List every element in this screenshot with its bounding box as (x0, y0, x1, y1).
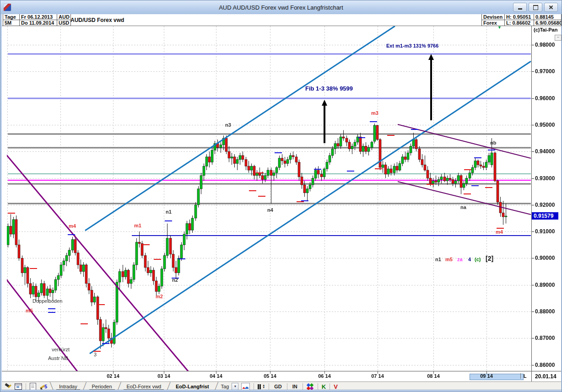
time-axis: L 02 1403 1404 1405 1406 1407 1408 1409 … (2, 371, 531, 381)
candlestick-icon (258, 384, 259, 389)
x-axis-label: 02 14 (99, 373, 127, 379)
color-diamonds-icon (307, 383, 314, 390)
y-axis-label: 0.87000 (535, 335, 555, 341)
spinner-arrows-icon: ▲▼ (262, 384, 265, 389)
last-price-badge: 0.91579 (532, 212, 558, 220)
separator (269, 383, 269, 390)
x-axis-tick (164, 371, 164, 374)
x-axis-tick (270, 371, 270, 374)
x-axis-label: 04 14 (202, 373, 230, 379)
kurs-button[interactable]: K (322, 383, 326, 390)
tools-button[interactable] (5, 383, 12, 391)
y-axis-tick (532, 98, 534, 99)
x-axis-tick (216, 371, 216, 374)
y-axis-label: 0.97000 (535, 68, 555, 75)
x-axis-tick (324, 371, 325, 374)
x-axis-label: 06 14 (311, 373, 338, 379)
window-layout-button[interactable] (15, 383, 22, 391)
y-axis-tick (532, 178, 534, 179)
scale-mid-value: 0.88145 (534, 14, 562, 20)
y-axis-tick (532, 311, 534, 312)
gd-indicator-button[interactable]: GD (273, 384, 283, 389)
x-axis-label: 08 14 (420, 373, 447, 379)
application-window: AUD AUD/USD Forex vwd Forex Langfristcha… (0, 0, 562, 392)
y-axis-tick (532, 125, 534, 125)
y-axis-tick (532, 205, 534, 205)
title-bar[interactable]: AUD AUD/USD Forex vwd Forex Langfristcha… (0, 0, 562, 14)
line-chart-icon (241, 383, 250, 390)
x-axis-label: 05 14 (256, 373, 284, 379)
volumen-button[interactable]: V (334, 383, 338, 390)
y-axis-label: 0.92000 (535, 202, 555, 208)
x-axis-tick (113, 371, 113, 374)
in-indicator-button[interactable]: IN (291, 384, 299, 389)
tab-intraday[interactable]: Intraday (56, 384, 80, 390)
separator (254, 383, 254, 390)
draw-button[interactable]: 5 (39, 383, 47, 391)
y-axis-label: 0.94000 (535, 148, 555, 155)
window-title: AUD AUD/USD Forex vwd Forex Langfristcha… (0, 4, 562, 11)
x-axis-tick (433, 371, 434, 374)
window-icon (15, 383, 22, 390)
period-high: H: 0.95051 (505, 14, 534, 20)
y-axis-tick (532, 71, 534, 72)
period-count: 5M (3, 20, 20, 26)
close-icon (549, 5, 553, 10)
separator (26, 383, 26, 390)
tab-eod-forex-vwd[interactable]: EoD-Forex vwd (124, 384, 164, 390)
notes-button[interactable] (30, 383, 36, 391)
y-axis-label: 0.98000 (535, 42, 555, 48)
chart-type-button[interactable] (241, 383, 250, 391)
scale-range-value: 6.9/0.05680 (534, 20, 562, 26)
market-label: Devisen (482, 14, 505, 20)
color-settings-button[interactable] (307, 383, 314, 391)
y-axis-tick (532, 45, 534, 45)
x-axis-label: 09 14 (473, 373, 500, 379)
instrument-title: AUD/USD Forex vwd (70, 17, 124, 23)
y-axis-tick (532, 285, 534, 285)
x-axis-tick (486, 371, 487, 374)
l-marker: L (520, 373, 529, 379)
y-axis-tick (532, 231, 534, 232)
window-bottom-border (0, 390, 562, 392)
separator (318, 383, 318, 390)
chart-header: Tage 5M Fr 06.12.2013 Do 11.09.2014 AUD … (2, 14, 561, 26)
y-axis-label: 0.96000 (535, 95, 555, 102)
quote-currency: USD (57, 20, 71, 26)
chevron-down-icon: ▼ (233, 385, 237, 388)
y-axis-label: 0.86000 (535, 362, 555, 368)
y-axis-tick (532, 365, 534, 365)
tab-eod-langfrist[interactable]: EoD-Langfrist (173, 384, 212, 389)
candle-style-button[interactable]: ▲▼ (258, 383, 265, 391)
x-axis-label: 03 14 (150, 373, 178, 379)
price-scale[interactable]: (c)Tai-Pan − 0.91579 0.980000.970000.960… (531, 26, 561, 381)
y-axis-tick (532, 258, 534, 258)
y-axis-label: 0.91000 (535, 228, 555, 235)
pencil-icon (39, 384, 45, 390)
hammer-icon (5, 383, 12, 390)
separator (287, 383, 287, 390)
pane-minimize-icon[interactable]: − (555, 35, 562, 41)
y-axis-label: 0.88000 (535, 308, 555, 315)
quote-info-table: Devisen Forex H: 0.95051 L: 0.86602 0.88… (481, 14, 562, 26)
separator (303, 383, 303, 390)
tab-perioden[interactable]: Perioden (89, 384, 115, 390)
y-axis-label: 0.95000 (535, 122, 555, 128)
x-axis-label: 07 14 (364, 373, 391, 379)
candlestick-chart[interactable] (7, 26, 531, 371)
period-select-label[interactable]: Tag (221, 384, 229, 389)
period-low: L: 0.86602 (505, 20, 534, 26)
y-axis-label: 0.90000 (535, 255, 555, 261)
separator (330, 383, 330, 390)
document-icon (30, 383, 36, 390)
y-axis-label: 0.89000 (535, 282, 555, 288)
date-to: Do 11.09.2014 (20, 20, 57, 26)
period-dropdown-button[interactable]: ▼ (232, 383, 238, 390)
x-axis-tick (378, 371, 378, 374)
base-currency: AUD (57, 14, 71, 20)
candlestick-icon (259, 384, 261, 389)
cursor-date: 20.01.14 (531, 371, 561, 381)
y-axis-tick (532, 338, 534, 338)
y-axis-label: 0.93000 (535, 175, 555, 182)
copyright-label: (c)Tai-Pan (534, 27, 557, 32)
